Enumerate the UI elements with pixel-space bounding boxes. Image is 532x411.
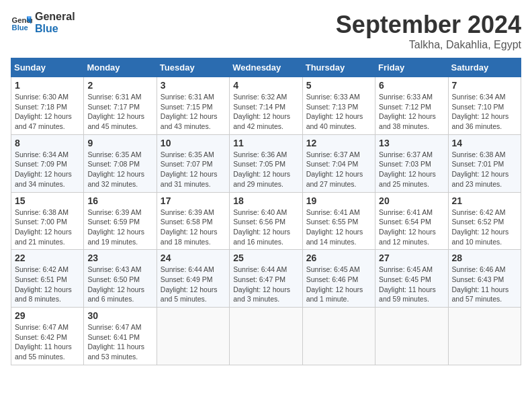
month-title: September 2024 <box>336 11 521 39</box>
table-row: 27Sunrise: 6:45 AM Sunset: 6:45 PM Dayli… <box>375 250 448 308</box>
calendar-table: SundayMondayTuesdayWednesdayThursdayFrid… <box>11 58 521 365</box>
table-row: 23Sunrise: 6:43 AM Sunset: 6:50 PM Dayli… <box>84 250 157 308</box>
col-header-sunday: Sunday <box>11 58 84 77</box>
table-row <box>302 308 375 365</box>
table-row: 9Sunrise: 6:35 AM Sunset: 7:08 PM Daylig… <box>84 134 157 192</box>
table-row: 11Sunrise: 6:36 AM Sunset: 7:05 PM Dayli… <box>230 134 302 192</box>
table-row: 26Sunrise: 6:45 AM Sunset: 6:46 PM Dayli… <box>302 250 375 308</box>
col-header-saturday: Saturday <box>448 58 521 77</box>
table-row: 6Sunrise: 6:33 AM Sunset: 7:12 PM Daylig… <box>375 77 448 135</box>
table-row: 5Sunrise: 6:33 AM Sunset: 7:13 PM Daylig… <box>302 77 375 135</box>
table-row <box>375 308 448 365</box>
table-row <box>157 308 229 365</box>
col-header-tuesday: Tuesday <box>157 58 229 77</box>
table-row: 22Sunrise: 6:42 AM Sunset: 6:51 PM Dayli… <box>11 250 84 308</box>
table-row: 17Sunrise: 6:39 AM Sunset: 6:58 PM Dayli… <box>157 192 229 250</box>
calendar-week-1: 1Sunrise: 6:30 AM Sunset: 7:18 PM Daylig… <box>11 77 521 135</box>
table-row: 16Sunrise: 6:39 AM Sunset: 6:59 PM Dayli… <box>84 192 157 250</box>
table-row: 13Sunrise: 6:37 AM Sunset: 7:03 PM Dayli… <box>375 134 448 192</box>
table-row: 3Sunrise: 6:31 AM Sunset: 7:15 PM Daylig… <box>157 77 229 135</box>
table-row: 8Sunrise: 6:34 AM Sunset: 7:09 PM Daylig… <box>11 134 84 192</box>
logo-line2: Blue <box>35 23 75 35</box>
table-row: 4Sunrise: 6:32 AM Sunset: 7:14 PM Daylig… <box>230 77 302 135</box>
calendar-week-2: 8Sunrise: 6:34 AM Sunset: 7:09 PM Daylig… <box>11 134 521 192</box>
table-row: 25Sunrise: 6:44 AM Sunset: 6:47 PM Dayli… <box>230 250 302 308</box>
header-row: SundayMondayTuesdayWednesdayThursdayFrid… <box>11 58 521 77</box>
logo-icon: General Blue <box>11 12 32 34</box>
col-header-friday: Friday <box>375 58 448 77</box>
title-area: September 2024 Talkha, Dakahlia, Egypt <box>336 11 521 51</box>
table-row: 15Sunrise: 6:38 AM Sunset: 7:00 PM Dayli… <box>11 192 84 250</box>
table-row <box>230 308 302 365</box>
table-row: 24Sunrise: 6:44 AM Sunset: 6:49 PM Dayli… <box>157 250 229 308</box>
location-subtitle: Talkha, Dakahlia, Egypt <box>336 39 521 51</box>
table-row: 18Sunrise: 6:40 AM Sunset: 6:56 PM Dayli… <box>230 192 302 250</box>
svg-text:Blue: Blue <box>12 24 28 32</box>
calendar-week-3: 15Sunrise: 6:38 AM Sunset: 7:00 PM Dayli… <box>11 192 521 250</box>
logo-line1: General <box>35 11 75 23</box>
table-row: 14Sunrise: 6:38 AM Sunset: 7:01 PM Dayli… <box>448 134 521 192</box>
table-row: 1Sunrise: 6:30 AM Sunset: 7:18 PM Daylig… <box>11 77 84 135</box>
table-row <box>448 308 521 365</box>
table-row: 30Sunrise: 6:47 AM Sunset: 6:41 PM Dayli… <box>84 308 157 365</box>
table-row: 10Sunrise: 6:35 AM Sunset: 7:07 PM Dayli… <box>157 134 229 192</box>
col-header-monday: Monday <box>84 58 157 77</box>
table-row: 21Sunrise: 6:42 AM Sunset: 6:52 PM Dayli… <box>448 192 521 250</box>
logo: General Blue General Blue <box>11 11 75 34</box>
table-row: 2Sunrise: 6:31 AM Sunset: 7:17 PM Daylig… <box>84 77 157 135</box>
col-header-wednesday: Wednesday <box>230 58 302 77</box>
calendar-week-5: 29Sunrise: 6:47 AM Sunset: 6:42 PM Dayli… <box>11 308 521 365</box>
table-row: 7Sunrise: 6:34 AM Sunset: 7:10 PM Daylig… <box>448 77 521 135</box>
table-row: 19Sunrise: 6:41 AM Sunset: 6:55 PM Dayli… <box>302 192 375 250</box>
table-row: 12Sunrise: 6:37 AM Sunset: 7:04 PM Dayli… <box>302 134 375 192</box>
calendar-week-4: 22Sunrise: 6:42 AM Sunset: 6:51 PM Dayli… <box>11 250 521 308</box>
table-row: 29Sunrise: 6:47 AM Sunset: 6:42 PM Dayli… <box>11 308 84 365</box>
col-header-thursday: Thursday <box>302 58 375 77</box>
table-row: 28Sunrise: 6:46 AM Sunset: 6:43 PM Dayli… <box>448 250 521 308</box>
table-row: 20Sunrise: 6:41 AM Sunset: 6:54 PM Dayli… <box>375 192 448 250</box>
page-header: General Blue General Blue September 2024… <box>11 11 521 51</box>
